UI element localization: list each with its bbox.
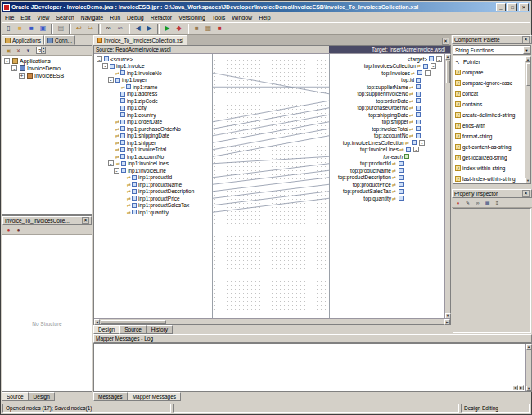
source-node-inp1-invoiceline[interactable]: -inp1:InvoiceLine [94, 167, 212, 174]
mapping-canvas[interactable] [213, 54, 329, 318]
remove-button[interactable]: ✕ [14, 47, 23, 55]
target-node-top-invoicetotal[interactable]: top:invoiceTotal⇄ [330, 125, 444, 133]
tab-messages[interactable]: Messages [93, 392, 128, 401]
menu-help[interactable]: Help [255, 15, 273, 20]
source-node-inp1-orderdate[interactable]: ⇄inp1:orderDate [94, 119, 212, 126]
palette-scrollbar[interactable]: ▲ ▼ [525, 56, 530, 183]
search-button[interactable]: ∞ [103, 24, 114, 34]
close-structure-button[interactable]: ✕ [82, 217, 89, 224]
pin-all-button[interactable]: ● [14, 226, 23, 234]
tab-source-view[interactable]: Source [119, 325, 147, 334]
expand-toggle[interactable]: - [108, 160, 114, 166]
app-node-invoicedemo[interactable]: -InvoiceDemo [2, 65, 92, 72]
new-file-button[interactable]: ▯ [3, 24, 14, 34]
mapping-line[interactable] [213, 115, 329, 136]
source-node-inp1-address[interactable]: inp1:address [94, 91, 212, 98]
close-inspector-button[interactable]: ✕ [522, 190, 530, 197]
source-node-inp1-productid[interactable]: ⇄inp1:productId [94, 174, 212, 182]
palette-item-concat[interactable]: ƒconcat [453, 88, 525, 99]
print-button[interactable]: ▤ [56, 24, 66, 34]
scroll-up-button[interactable]: ▲ [526, 344, 532, 350]
scrollbar-thumb[interactable] [101, 320, 166, 324]
target-node-top-shipper[interactable]: top:shipper⇄ [330, 119, 444, 126]
filter-button[interactable]: ▼ [24, 47, 33, 55]
forward-button[interactable]: ▶ [144, 24, 155, 34]
scroll-up-button[interactable]: ▲ [525, 56, 531, 62]
tab-connections[interactable]: Conn... [44, 35, 75, 45]
edit-button[interactable]: ✎ [463, 199, 472, 207]
palette-item-pointer[interactable]: ↖Pointer [453, 56, 525, 67]
expand-toggle[interactable]: - [11, 65, 17, 71]
menu-navigate[interactable]: Navigate [78, 15, 107, 20]
target-node-top-productid[interactable]: top:productId⇄ [330, 160, 444, 168]
node-depth-spinner[interactable]: 3▴▾ [36, 47, 46, 54]
mapper-horizontal-scrollbar[interactable]: ◀ ▶ [94, 318, 450, 324]
menu-versioning[interactable]: Versioning [175, 15, 209, 20]
expand-toggle[interactable]: - [108, 77, 114, 83]
mapping-line[interactable] [213, 122, 329, 143]
palette-item-compare[interactable]: ƒcompare [453, 67, 525, 78]
target-node-top-productsalestax[interactable]: top:productSalesTax⇄ [330, 188, 444, 196]
expand-toggle[interactable]: + [19, 73, 25, 79]
source-node-inp1-shipper[interactable]: ⇄inp1:shipper [94, 139, 212, 147]
source-node-inp1-city[interactable]: inp1:city [94, 105, 212, 112]
expand-toggle[interactable]: - [4, 58, 10, 64]
menu-tools[interactable]: Tools [209, 15, 228, 20]
expand-toggle[interactable]: - [436, 56, 442, 62]
source-node-inp1-productprice[interactable]: ⇄inp1:productPrice [94, 195, 212, 202]
save-all-button[interactable]: ▣ [38, 24, 48, 34]
expand-toggle[interactable]: - [431, 63, 436, 69]
run-button[interactable]: ▶ [162, 24, 173, 34]
source-node-inp1-productdescription[interactable]: ⇄inp1:productDescription [94, 188, 212, 196]
palette-item-create-delimited-string[interactable]: ƒcreate-delimited-string [453, 110, 525, 120]
scroll-down-button[interactable]: ▼ [526, 386, 532, 391]
palette-item-compare-ignore-case[interactable]: ƒcompare-ignore-case [453, 78, 525, 88]
grid-button[interactable]: ▦ [483, 199, 492, 207]
source-node-inp1-accountno[interactable]: ⇄inp1:accountNo [94, 153, 212, 160]
target-node-top-productname[interactable]: top:productName⇄ [330, 167, 444, 174]
log-vertical-scrollbar[interactable]: ▲ ▼ [525, 344, 531, 391]
source-node-inp1-shippingdate[interactable]: ⇄inp1:shippingDate [94, 133, 212, 140]
close-editor-tab-button[interactable]: ✕ [442, 38, 449, 45]
target-node-top-productdescription[interactable]: top:productDescription⇄ [330, 174, 444, 182]
source-node-source[interactable]: -<source> [94, 56, 212, 63]
source-node-inp1-purchaseorderno[interactable]: ⇄inp1:purchaseOrderNo [94, 125, 212, 133]
mapping-line[interactable] [213, 136, 329, 157]
scrollbar-thumb[interactable] [526, 63, 530, 86]
target-node-top-quantity[interactable]: top:quantity⇄ [330, 195, 444, 202]
app-node-applications[interactable]: -Applications [2, 57, 92, 65]
expand-toggle[interactable]: - [102, 63, 108, 69]
source-node-inp1-productname[interactable]: ⇄inp1:productName [94, 181, 212, 188]
mapping-line[interactable] [213, 192, 329, 205]
target-node-top-id[interactable]: top:id [330, 77, 444, 84]
redo-button[interactable]: ↪ [85, 24, 96, 34]
mapping-line[interactable] [213, 164, 329, 178]
source-node-inp1-buyer[interactable]: -inp1:buyer [94, 77, 212, 84]
close-palette-button[interactable]: ✕ [522, 36, 530, 43]
source-node-inp1-quantity[interactable]: ⇄inp1:quantity [94, 209, 212, 216]
source-node-inp1-country[interactable]: inp1:country [94, 111, 212, 119]
source-node-inp1-invoicelines[interactable]: -⇄inp1:invoiceLines [94, 160, 212, 168]
palette-item-ends-with[interactable]: ƒends-with [453, 120, 525, 131]
target-node-top-productprice[interactable]: top:productPrice⇄ [330, 181, 444, 188]
pin-button[interactable]: ● [453, 199, 462, 207]
menu-view[interactable]: View [34, 15, 52, 20]
target-node-top-orderdate[interactable]: top:orderDate⇄ [330, 97, 444, 105]
target-node-top-shippingdate[interactable]: top:shippingDate⇄ [330, 111, 444, 119]
scroll-right-button[interactable]: ▶ [444, 319, 450, 325]
source-node-inp1-productsalestax[interactable]: ⇄inp1:productSalesTax [94, 202, 212, 210]
pin-button[interactable]: ● [4, 226, 13, 234]
app-node-invoiceesb[interactable]: +InvoiceESB [2, 72, 92, 79]
debug-button[interactable]: ◆ [174, 24, 184, 34]
target-node-for-each[interactable]: for-each [330, 153, 444, 160]
mapping-line[interactable] [213, 178, 329, 192]
menu-refactor[interactable]: Refactor [147, 15, 175, 20]
scrollbar-thumb[interactable] [446, 61, 450, 83]
scroll-left-button[interactable]: ◀ [512, 385, 518, 390]
tab-design-view[interactable]: Design [93, 325, 119, 334]
mapping-line[interactable] [213, 170, 329, 184]
source-node-inp1-invoicetotal[interactable]: ⇄inp1:invoiceTotal [94, 147, 212, 154]
mapper-vertical-scrollbar[interactable]: ▲ ▼ [444, 54, 450, 318]
stop-button[interactable]: ■ [214, 24, 225, 34]
palette-item-get-localized-string[interactable]: ƒget-localized-string [453, 152, 525, 163]
